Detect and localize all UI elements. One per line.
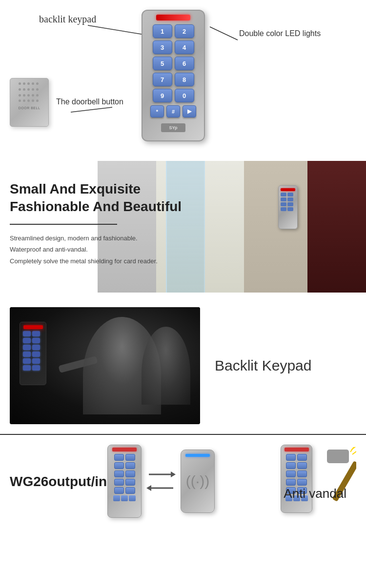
svg-line-10: [352, 451, 356, 454]
speaker-dot: [19, 82, 21, 85]
rfid-symbol: ((·)): [186, 473, 209, 490]
speaker-dot: [19, 94, 21, 97]
speaker-dot: [27, 94, 30, 97]
key-9: 9: [153, 89, 172, 102]
keypad-main-grid: 1 2 3 4 5 6 7 8 9 0: [153, 24, 194, 102]
backlit-section: Backlit Keypad: [0, 297, 366, 434]
desc-2: Waterproof and anti-vandal.: [10, 244, 182, 255]
fk1: [281, 193, 286, 196]
arrow-right-icon: [146, 470, 176, 479]
anti-vandal-group: Anti vandal: [281, 445, 356, 513]
key-4: 4: [175, 40, 194, 54]
anti-vandal-device: [281, 445, 312, 513]
key-8: 8: [175, 73, 194, 86]
fk6: [287, 202, 293, 206]
svg-marker-6: [146, 485, 151, 491]
mini-bottom-keys: [113, 495, 136, 501]
speaker-dot: [32, 94, 34, 97]
speaker-dot: [32, 88, 34, 91]
brand-logo: SYp: [161, 123, 185, 132]
fk4: [287, 197, 293, 201]
bg-panel-dark: [307, 161, 366, 293]
photo-led-bar: [23, 325, 43, 329]
rfid-led: [185, 454, 210, 457]
speaker-dot: [36, 88, 39, 91]
backlit-photo: [10, 307, 200, 424]
desc-1: Streamlined design, modern and fashionab…: [10, 233, 182, 244]
speaker-dot: [23, 99, 25, 102]
keypad-special-row: * # ▶: [150, 105, 196, 118]
av-led: [285, 448, 309, 451]
mini-key-grid: [114, 454, 135, 494]
photo-keypad-device: [20, 322, 46, 385]
backlit-keypad-label: backlit keypad: [39, 14, 96, 25]
key-star: *: [150, 105, 164, 118]
svg-marker-4: [171, 471, 176, 477]
speaker-dot: [36, 94, 39, 97]
speaker-dot: [27, 99, 30, 102]
doorbell-device: DOOR BELL: [10, 78, 49, 127]
mini-keypad-device: [107, 445, 142, 518]
speaker-dot: [32, 82, 34, 85]
feature-descriptions: Streamlined design, modern and fashionab…: [10, 233, 182, 267]
speaker-dot: [19, 88, 21, 91]
key-6: 6: [175, 57, 194, 70]
speaker-dot: [32, 99, 34, 102]
key-1: 1: [153, 24, 172, 38]
speaker-dot: [23, 82, 25, 85]
feature-device-led: [281, 188, 295, 191]
speaker-dot: [23, 88, 25, 91]
speaker-dot: [36, 82, 39, 85]
desc-3: Completely solve the metal shielding for…: [10, 255, 182, 267]
wg-devices-group: ((·)): [107, 445, 215, 518]
key-0: 0: [175, 89, 194, 102]
key-enter: ▶: [183, 105, 196, 118]
feature-section: Small And Exquisite Fashionable And Beau…: [0, 161, 366, 293]
feature-wall-device: [278, 185, 298, 229]
feature-title: Small And Exquisite Fashionable And Beau…: [10, 180, 182, 216]
fk3: [281, 197, 286, 201]
svg-line-2: [71, 107, 112, 112]
photo-keys: [20, 331, 46, 371]
key-5: 5: [153, 57, 172, 70]
bg-panel-wall: [244, 161, 307, 293]
fk5: [281, 202, 286, 206]
key-3: 3: [153, 40, 172, 54]
feature-divider: [10, 224, 117, 225]
key-hash: #: [166, 105, 180, 118]
backlit-keypad-label: Backlit Keypad: [215, 357, 311, 374]
feature-device-keys: [279, 193, 297, 211]
speaker-dot: [19, 99, 21, 102]
svg-line-1: [210, 27, 238, 40]
fk8: [287, 207, 293, 211]
speaker-dot: [27, 82, 30, 85]
key-2: 2: [175, 24, 194, 38]
feature-text-block: Small And Exquisite Fashionable And Beau…: [10, 180, 182, 267]
led-bar: [156, 15, 190, 20]
fk7: [281, 207, 286, 211]
fk2: [287, 193, 293, 196]
anti-vandal-label: Anti vandal: [284, 486, 346, 501]
speaker-dot: [27, 88, 30, 91]
mini-led: [112, 448, 137, 451]
bidirectional-arrow: [146, 470, 176, 493]
led-label: Double color LED lights: [239, 29, 321, 38]
speaker-dot: [36, 99, 39, 102]
hammer-icon: [317, 445, 356, 513]
keypad-device: 1 2 3 4 5 6 7 8 9 0 * # ▶ SYp: [142, 10, 205, 141]
speaker-grid: [19, 82, 41, 104]
diagram-section: backlit keypad Double color LED lights T…: [0, 0, 366, 161]
key-7: 7: [153, 73, 172, 86]
rfid-reader-device: ((·)): [181, 450, 215, 513]
svg-line-9: [350, 447, 354, 452]
svg-rect-8: [327, 450, 349, 463]
arrow-left-icon: [146, 483, 176, 493]
doorbell-label: The doorbell button: [56, 98, 123, 106]
wg-section: WG26output/input: [0, 434, 366, 541]
speaker-dot: [23, 94, 25, 97]
doorbell-text-label: DOOR BELL: [19, 106, 41, 110]
